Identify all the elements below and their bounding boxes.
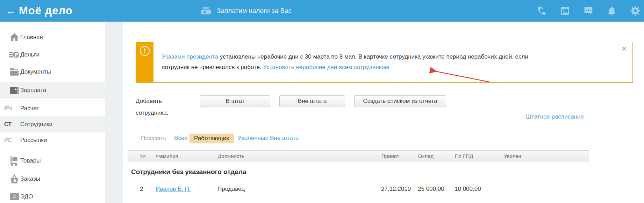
employee-row: 2 Иванов Б. П. Продавец 27.12.2019 25 00… bbox=[128, 183, 589, 195]
main-content: ! Указами президента установлены нерабоч… bbox=[123, 22, 644, 203]
cell-position: Продавец bbox=[217, 183, 381, 195]
raschet-abbr-icon: РЧ bbox=[4, 105, 12, 112]
banner-line2: сотрудник не привлекался к работе. bbox=[162, 64, 263, 70]
sidebar-item-dengi[interactable]: Деньги bbox=[0, 46, 105, 63]
set-nonworking-days-link[interactable]: Установить нерабочие дни всем сотрудника… bbox=[263, 64, 389, 70]
cell-salary: 25 000,00 bbox=[418, 183, 455, 195]
trolley-icon bbox=[8, 155, 20, 166]
filter-all[interactable]: Всех bbox=[174, 134, 187, 142]
sidebar-item-dokumenty[interactable]: Документы bbox=[0, 63, 105, 81]
app-logo[interactable]: Моё дело bbox=[19, 5, 73, 17]
warning-icon: ! bbox=[140, 46, 150, 56]
wallet-icon bbox=[8, 85, 20, 96]
webinar-icon[interactable] bbox=[560, 6, 570, 16]
filter-fired[interactable]: Уволенных bbox=[238, 134, 268, 142]
add-employee-label: Добавить сотрудника: bbox=[136, 95, 196, 119]
phone-icon[interactable] bbox=[536, 6, 547, 16]
close-icon[interactable]: × bbox=[622, 44, 627, 53]
sotrudniki-abbr-icon: СТ bbox=[4, 121, 12, 128]
basket-icon bbox=[8, 173, 20, 185]
sidebar-item-zakazy[interactable]: Заказы bbox=[0, 170, 105, 188]
rassylki-abbr-icon: РС bbox=[4, 137, 12, 143]
banner-line1: установлены нерабочие дни с 30 марта по … bbox=[218, 53, 528, 60]
sidebar-item-raschet[interactable]: РЧ Расчет bbox=[0, 100, 105, 116]
col-gpd: По ГПД bbox=[455, 151, 504, 161]
back-button[interactable]: ← bbox=[6, 0, 17, 22]
coins-rouble-icon bbox=[8, 49, 20, 60]
cell-gpd: 10 000,00 bbox=[455, 183, 503, 195]
col-num: № bbox=[140, 151, 156, 161]
chat-icon[interactable] bbox=[583, 6, 594, 16]
home-icon bbox=[8, 32, 20, 43]
top-header: ← Моё дело Заплатим налоги за Вас bbox=[0, 0, 644, 22]
promo-taxes[interactable]: Заплатим налоги за Вас bbox=[200, 0, 292, 22]
president-decrees-link[interactable]: Указами президента bbox=[162, 53, 218, 60]
department-group-title: Сотрудники без указанного отдела bbox=[131, 168, 246, 176]
doc-exchange-icon bbox=[8, 191, 20, 202]
add-freelance-button[interactable]: Вне штата bbox=[279, 95, 345, 107]
bell-icon[interactable] bbox=[607, 6, 617, 16]
employee-name-link[interactable]: Иванов Б. П. bbox=[156, 186, 191, 192]
staffing-schedule-link[interactable]: Штатное расписание bbox=[526, 113, 584, 120]
col-hired: Принят bbox=[381, 151, 418, 161]
cell-hired: 27.12.2019 bbox=[381, 183, 418, 195]
warning-banner-text: Указами президента установлены нерабочие… bbox=[162, 52, 528, 73]
sidebar-item-sotrudniki[interactable]: СТ Сотрудники bbox=[0, 116, 105, 132]
back-arrow-icon: ← bbox=[6, 5, 16, 16]
promo-label: Заплатим налоги за Вас bbox=[217, 7, 292, 15]
sidebar: Главная Деньги Документы bbox=[0, 22, 105, 203]
create-from-report-button[interactable]: Создать списком из отчета bbox=[354, 95, 446, 107]
add-employee-toolbar: Добавить сотрудника: В штат Вне штата Со… bbox=[123, 95, 644, 107]
col-position: Должность bbox=[218, 151, 381, 161]
banknotes-icon bbox=[200, 6, 212, 16]
cell-name: Иванов Б. П. bbox=[156, 183, 217, 195]
add-staff-button[interactable]: В штат bbox=[200, 95, 270, 107]
filter-working-active[interactable]: Работающих bbox=[189, 134, 234, 143]
col-fired: Уволен bbox=[504, 151, 589, 161]
sidebar-item-zarplata[interactable]: Зарплата bbox=[0, 82, 105, 99]
filter-label: Показать: bbox=[141, 133, 168, 144]
employees-table-header: № Фамилия Должность Принят Оклад По ГПД … bbox=[128, 150, 589, 161]
col-surname: Фамилия bbox=[156, 151, 218, 161]
warning-banner: ! Указами президента установлены нерабоч… bbox=[136, 42, 633, 83]
filter-outstaff[interactable]: Вне штата bbox=[270, 134, 299, 142]
folder-icon bbox=[8, 66, 20, 77]
sidebar-item-edo[interactable]: ЭДО bbox=[0, 188, 105, 203]
cell-fired bbox=[503, 183, 589, 195]
sidebar-item-glavnaya[interactable]: Главная bbox=[0, 29, 105, 46]
col-salary: Оклад bbox=[418, 151, 455, 161]
sidebar-item-tovary[interactable]: Товары bbox=[0, 152, 105, 170]
header-icons bbox=[536, 0, 641, 22]
gear-icon[interactable] bbox=[630, 6, 641, 16]
employee-filters: Показать: Всех Работающих Уволенных Вне … bbox=[123, 133, 644, 144]
warning-banner-stripe: ! bbox=[136, 42, 153, 82]
cell-num: 2 bbox=[140, 183, 156, 195]
sidebar-item-rassylki[interactable]: РС Рассылки bbox=[0, 132, 105, 148]
